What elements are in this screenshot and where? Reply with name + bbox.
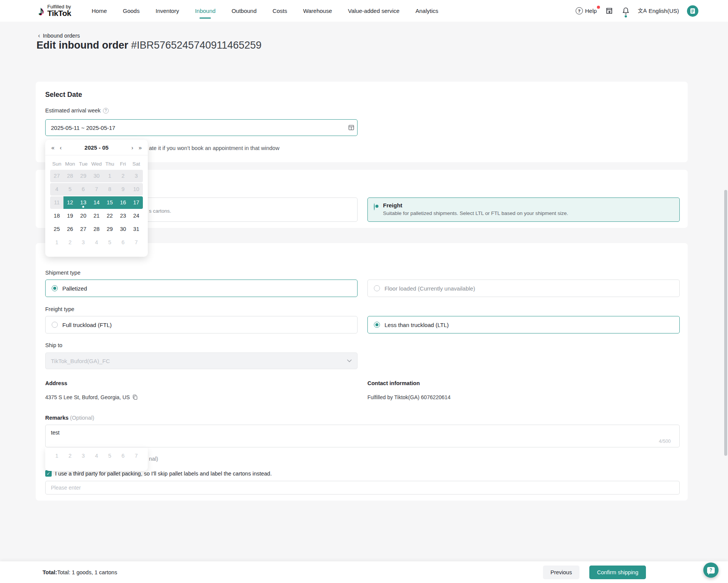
- nav-item-outbound[interactable]: Outbound: [231, 0, 256, 22]
- appointment-input[interactable]: [45, 481, 680, 495]
- calendar-day[interactable]: 28: [90, 223, 103, 235]
- address-label: Address: [45, 380, 67, 386]
- calendar-day[interactable]: 2: [63, 236, 77, 249]
- day-name: Tue: [77, 161, 90, 167]
- freight-option[interactable]: Freight Suitable for palletized shipment…: [367, 197, 680, 222]
- help-button[interactable]: ? Help: [576, 7, 597, 14]
- nav-item-goods[interactable]: Goods: [123, 0, 139, 22]
- address-value: 4375 S Lee St, Buford, Georgia, US: [45, 394, 130, 400]
- prev-month-icon[interactable]: ‹: [60, 144, 62, 151]
- account-avatar[interactable]: [687, 5, 698, 17]
- calendar-day[interactable]: 5: [63, 183, 77, 196]
- calendar-day[interactable]: 10: [130, 183, 143, 196]
- freight-description: Suitable for palletized shipments. Selec…: [383, 210, 568, 216]
- nav-item-warehouse[interactable]: Warehouse: [303, 0, 332, 22]
- calendar-day[interactable]: 29: [103, 223, 116, 235]
- next-month-icon[interactable]: ›: [131, 144, 133, 151]
- calendar-day[interactable]: 28: [63, 170, 77, 182]
- nav-item-costs[interactable]: Costs: [272, 0, 287, 22]
- calendar-day[interactable]: 7: [130, 236, 143, 249]
- calendar-day[interactable]: 17: [130, 196, 143, 209]
- calendar-day[interactable]: 4: [50, 183, 63, 196]
- calendar-day[interactable]: 22: [103, 210, 116, 222]
- nav-item-analytics[interactable]: Analytics: [415, 0, 438, 22]
- page-scrollbar-thumb[interactable]: [724, 190, 727, 456]
- calendar-day[interactable]: 9: [116, 183, 130, 196]
- arrival-week-input[interactable]: [45, 119, 358, 136]
- calendar-day[interactable]: 18: [50, 210, 63, 222]
- confirm-shipping-button[interactable]: Confirm shipping: [589, 566, 646, 579]
- calendar-day[interactable]: 6: [116, 236, 130, 249]
- calendar-artifact-fragment: 1 2 3 4 5 6 7: [45, 447, 148, 471]
- calendar-day[interactable]: 24: [130, 210, 143, 222]
- next-year-icon[interactable]: »: [139, 144, 142, 151]
- calendar-day[interactable]: 3: [77, 236, 90, 249]
- help-badge-dot: [597, 6, 600, 9]
- prev-year-icon[interactable]: «: [51, 144, 54, 151]
- calendar-day[interactable]: 2: [116, 170, 130, 182]
- calendar-day[interactable]: 7: [90, 183, 103, 196]
- calendar-day[interactable]: 16: [116, 196, 130, 209]
- remarks-textarea[interactable]: test: [45, 425, 680, 447]
- calendar-day[interactable]: 14: [90, 196, 103, 209]
- nav-item-inventory[interactable]: Inventory: [155, 0, 179, 22]
- calendar-day[interactable]: 27: [77, 223, 90, 235]
- floor-loaded-radio[interactable]: [374, 285, 380, 291]
- palletized-option[interactable]: Palletized: [45, 280, 358, 297]
- third-party-checkbox[interactable]: ✓: [45, 470, 52, 477]
- calendar-day[interactable]: 30: [116, 223, 130, 235]
- support-chat-button[interactable]: ?: [703, 562, 719, 578]
- calendar-day[interactable]: 15: [103, 196, 116, 209]
- breadcrumb-back[interactable]: ‹ Inbound orders: [38, 32, 80, 39]
- ship-to-value: TikTok_Buford(GA)_FC: [51, 358, 110, 364]
- ltl-option[interactable]: Less than truckload (LTL): [367, 316, 680, 333]
- total-label: Total:: [43, 569, 57, 575]
- calendar-day[interactable]: 1: [50, 236, 63, 249]
- artifact-day: 3: [77, 450, 90, 462]
- calendar-day-today[interactable]: 13: [77, 196, 90, 209]
- calendar-day[interactable]: 20: [77, 210, 90, 222]
- ltl-radio[interactable]: [374, 322, 380, 328]
- tooltip-question-icon[interactable]: ?: [103, 108, 109, 114]
- calendar-day[interactable]: 26: [63, 223, 77, 235]
- calendar-day[interactable]: 12: [63, 196, 77, 209]
- nav-item-home[interactable]: Home: [92, 0, 107, 22]
- char-counter: 4/500: [659, 439, 671, 444]
- calendar-day[interactable]: 6: [77, 183, 90, 196]
- third-party-checkbox-label: I use a third party for pallet packing, …: [55, 471, 272, 477]
- calendar-day[interactable]: 30: [90, 170, 103, 182]
- palletized-radio[interactable]: [52, 285, 58, 291]
- calendar-day[interactable]: 23: [116, 210, 130, 222]
- estimated-arrival-week-text: Estimated arrival week: [45, 107, 101, 114]
- freight-radio[interactable]: [374, 203, 375, 210]
- calendar-day[interactable]: 5: [103, 236, 116, 249]
- floor-loaded-option[interactable]: Floor loaded (Currently unavailable): [367, 280, 680, 297]
- ship-to-select[interactable]: TikTok_Buford(GA)_FC: [45, 352, 358, 369]
- calendar-day[interactable]: 25: [50, 223, 63, 235]
- calendar-day[interactable]: 4: [90, 236, 103, 249]
- artifact-day: 7: [130, 450, 143, 462]
- returns-icon[interactable]: [605, 6, 614, 15]
- calendar-day[interactable]: 8: [103, 183, 116, 196]
- freight-type-label: Freight type: [45, 306, 74, 312]
- calendar-day[interactable]: 19: [63, 210, 77, 222]
- ftl-radio[interactable]: [52, 322, 58, 328]
- language-selector[interactable]: 文A English(US): [638, 8, 679, 14]
- calendar-day[interactable]: 21: [90, 210, 103, 222]
- brand-line1: Fulfilled by: [47, 4, 71, 9]
- calendar-day[interactable]: 31: [130, 223, 143, 235]
- calendar-day[interactable]: 27: [50, 170, 63, 182]
- nav-item-value-added-service[interactable]: Value-added service: [348, 0, 400, 22]
- calendar-day[interactable]: 11: [50, 196, 63, 209]
- calendar-day[interactable]: 29: [77, 170, 90, 182]
- ftl-option[interactable]: Full truckload (FTL): [45, 316, 358, 333]
- calendar-day[interactable]: 1: [103, 170, 116, 182]
- calendar-day[interactable]: 3: [130, 170, 143, 182]
- calendar-month-title: 2025 - 05: [67, 144, 126, 151]
- copy-icon[interactable]: [133, 395, 138, 400]
- previous-button[interactable]: Previous: [543, 566, 579, 579]
- contact-value: Fulfilled by Tiktok(GA) 6076220614: [367, 394, 451, 400]
- calendar-week: 25 26 27 28 29 30 31: [45, 223, 148, 235]
- nav-item-inbound[interactable]: Inbound: [195, 0, 215, 22]
- notifications-bell-icon[interactable]: [622, 7, 630, 15]
